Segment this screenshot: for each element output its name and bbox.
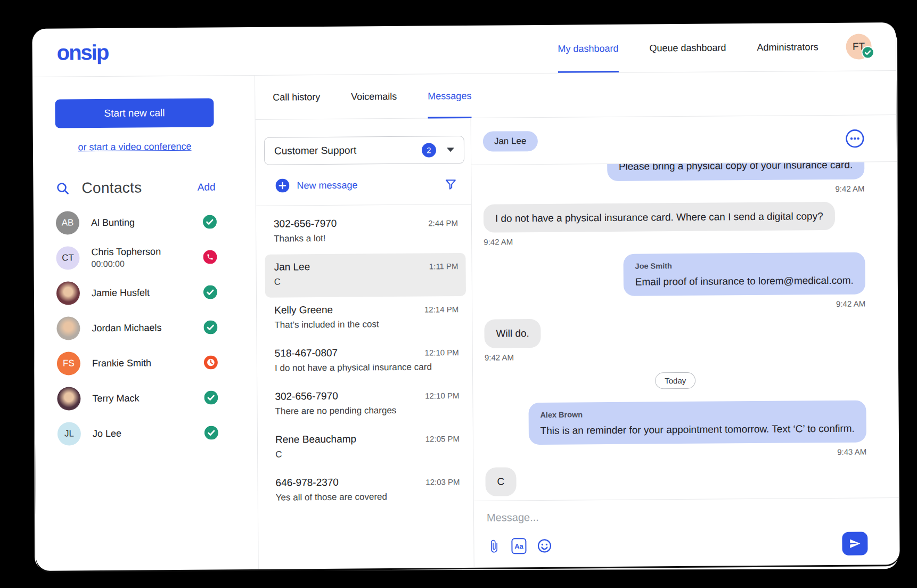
message-bubble[interactable]: Joe SmithEmail proof of insurance to lor…	[623, 252, 865, 297]
chat-header: Jan Lee	[471, 115, 897, 165]
status-away-icon	[204, 355, 218, 369]
dashboard-tabs: Call historyVoicemailsMessages	[255, 71, 897, 120]
contact-call-timer: 00:00:00	[91, 259, 161, 269]
user-avatar[interactable]: FT	[846, 34, 871, 59]
message-incoming: I do not have a physical insurance card.…	[484, 201, 865, 247]
status-available-icon	[203, 215, 217, 228]
tab-voicemails[interactable]: Voicemails	[351, 75, 397, 119]
message-timestamp: 9:42 AM	[836, 299, 865, 308]
conversation-item-top: 518-467-080712:10 PM	[275, 346, 459, 360]
conversation-list: 302-656-79702:44 PMThanks a lot!Jan Lee1…	[256, 205, 474, 569]
conversation-preview: C	[274, 275, 434, 287]
attachment-icon[interactable]	[487, 540, 501, 553]
nav-administrators[interactable]: Administrators	[757, 23, 818, 71]
message-bubble[interactable]: Alex BrownThis is an reminder for your a…	[528, 401, 866, 445]
contact-list: ABAl BuntingCTChris Topherson00:00:00Jam…	[56, 204, 218, 451]
status-on-call-icon	[203, 250, 217, 264]
message-bubble[interactable]: Will do.	[484, 319, 541, 348]
message-text: I do not have a physical insurance card.…	[495, 209, 823, 225]
status-available-icon	[204, 426, 218, 439]
filter-icon[interactable]	[444, 178, 457, 191]
send-icon	[849, 538, 861, 550]
nav-queue-dashboard[interactable]: Queue dashboard	[649, 23, 726, 72]
status-available-icon	[204, 390, 218, 404]
conversation-item[interactable]: Kelly Greene12:14 PMThat’s included in t…	[265, 296, 466, 341]
search-icon[interactable]	[55, 181, 70, 195]
conversation-item[interactable]: 518-467-080712:10 PMI do not have a phys…	[266, 339, 467, 384]
message-text: C	[497, 475, 504, 489]
contact-row-al-bunting[interactable]: ABAl Bunting	[56, 204, 217, 240]
contact-row-jo-lee[interactable]: JLJo Lee	[58, 415, 218, 451]
conversation-item-top: 302-656-79702:44 PM	[274, 217, 458, 230]
new-message-row: New message	[275, 177, 457, 192]
more-options-icon[interactable]	[845, 129, 865, 149]
contact-row-terry-mack[interactable]: Terry Mack	[57, 380, 218, 416]
conversation-item[interactable]: 302-656-797012:10 PMThere are no pending…	[266, 382, 467, 427]
contact-name-wrap: Jordan Michaels	[92, 322, 161, 334]
contact-name-wrap: Chris Topherson00:00:00	[91, 246, 161, 269]
message-incoming: Will do.9:42 AM	[484, 317, 866, 362]
conversation-item-top: 646-978-237012:03 PM	[275, 476, 460, 489]
conversation-title: 518-467-0807	[275, 347, 338, 360]
contact-name-wrap: Jo Lee	[93, 428, 121, 439]
conversation-item[interactable]: Rene Beauchamp12:05 PMC	[266, 426, 468, 470]
contact-name: Jordan Michaels	[92, 322, 161, 334]
conversation-item-top: Rene Beauchamp12:05 PM	[275, 432, 460, 446]
conversation-preview: I do not have a physical insurance card	[275, 362, 435, 373]
app-body: Start new call or start a video conferen…	[32, 71, 900, 571]
message-outgoing: Joe SmithEmail proof of insurance to lor…	[484, 252, 865, 311]
conversation-time: 12:10 PM	[424, 348, 458, 357]
tab-messages[interactable]: Messages	[428, 74, 472, 119]
chat-contact-chip[interactable]: Jan Lee	[483, 131, 538, 152]
avatar: JL	[58, 422, 81, 445]
avatar-available-icon	[862, 46, 874, 61]
emoji-icon[interactable]	[537, 538, 552, 553]
conversation-item[interactable]: Jan Lee1:11 PMC	[265, 253, 466, 298]
conversation-preview: C	[275, 448, 435, 460]
message-bubble[interactable]: C	[485, 468, 516, 496]
send-button[interactable]	[842, 532, 867, 555]
chat-panel: Jan Lee Please bring a physical copy of …	[471, 115, 900, 568]
avatar: CT	[56, 246, 79, 270]
contact-row-jordan-michaels[interactable]: Jordan Michaels	[56, 309, 217, 346]
text-format-icon[interactable]: Aa	[511, 538, 526, 554]
message-outgoing: Alex BrownThis is an reminder for your a…	[485, 401, 866, 459]
tab-call-history[interactable]: Call history	[273, 75, 321, 120]
conversation-time: 12:10 PM	[425, 391, 459, 400]
contacts-header: Contacts Add	[55, 178, 215, 197]
group-selector-value: Customer Support	[274, 145, 356, 157]
conversation-item[interactable]: 302-656-79702:44 PMThanks a lot!	[265, 210, 466, 255]
app-window: onsip My dashboardQueue dashboardAdminis…	[32, 22, 899, 571]
avatar	[56, 316, 80, 340]
contact-row-chris-topherson[interactable]: CTChris Topherson00:00:00	[56, 239, 217, 275]
main-panel: Call historyVoicemailsMessages Customer …	[255, 71, 900, 569]
video-conference-link[interactable]: or start a video conference	[55, 141, 214, 153]
conversation-item-top: Jan Lee1:11 PM	[274, 260, 458, 273]
contact-row-frankie-smith[interactable]: FSFrankie Smith	[57, 345, 218, 381]
avatar: FS	[57, 352, 80, 375]
status-available-icon	[203, 285, 217, 299]
start-new-call-button[interactable]: Start new call	[55, 98, 214, 128]
conversation-preview: That’s included in the cost	[274, 318, 434, 330]
contact-name: Terry Mack	[92, 393, 139, 404]
group-selector-dropdown[interactable]: Customer Support 2	[264, 136, 464, 165]
message-text: Please bring a physical copy of your ins…	[619, 162, 853, 173]
message-bubble[interactable]: Please bring a physical copy of your ins…	[607, 162, 865, 181]
message-timestamp: 9:42 AM	[484, 238, 513, 247]
message-timestamp: 9:42 AM	[485, 353, 514, 362]
conversation-title: Kelly Greene	[274, 304, 333, 316]
contact-name: Jamie Husfelt	[92, 287, 150, 299]
contact-name: Jo Lee	[93, 428, 121, 439]
avatar	[57, 387, 80, 410]
conversation-list-panel: Customer Support 2 New message	[256, 118, 474, 569]
new-message-button[interactable]: New message	[275, 178, 357, 192]
conversation-item-top: 302-656-797012:10 PM	[275, 389, 459, 403]
add-contact-link[interactable]: Add	[198, 181, 216, 193]
message-bubble[interactable]: I do not have a physical insurance card.…	[484, 202, 835, 233]
conversation-item[interactable]: 646-978-237012:03 PMYes all of those are…	[266, 469, 468, 513]
contact-row-jamie-husfelt[interactable]: Jamie Husfelt	[56, 274, 217, 311]
nav-my-dashboard[interactable]: My dashboard	[558, 24, 619, 73]
contact-name-wrap: Al Bunting	[91, 217, 135, 228]
contact-name: Frankie Smith	[92, 357, 151, 369]
message-input[interactable]	[487, 505, 867, 527]
